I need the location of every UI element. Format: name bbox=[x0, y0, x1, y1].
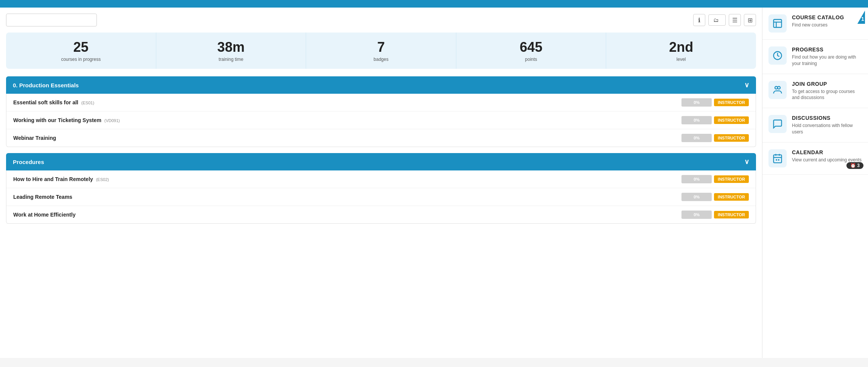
instructor-badge[interactable]: INSTRUCTOR bbox=[714, 99, 749, 106]
course-sections: 0. Production Essentials ∨ Essential sof… bbox=[6, 76, 756, 224]
svg-rect-10 bbox=[776, 159, 777, 161]
right-item-calendar[interactable]: CALENDAR View current and upcoming event… bbox=[762, 142, 868, 175]
notification-badge: ⏰ 3 bbox=[846, 162, 863, 169]
svg-point-5 bbox=[778, 86, 780, 89]
grid-view-button[interactable]: ⊞ bbox=[744, 14, 756, 26]
course-section: Procedures ∨ How to Hire and Train Remot… bbox=[6, 153, 756, 224]
right-item-discussions[interactable]: DISCUSSIONS Hold conversations with fell… bbox=[762, 108, 868, 142]
course-list: How to Hire and Train Remotely (ES02) 0%… bbox=[6, 170, 756, 224]
stat-label: level bbox=[610, 57, 752, 62]
right-item-course-catalog[interactable]: COURSE CATALOG Find new courses 1 bbox=[762, 8, 868, 40]
course-actions: 0% INSTRUCTOR bbox=[681, 116, 749, 124]
course-item[interactable]: How to Hire and Train Remotely (ES02) 0%… bbox=[6, 170, 756, 188]
progress-label: 0% bbox=[694, 136, 700, 140]
right-panel: COURSE CATALOG Find new courses 1 PROGRE… bbox=[762, 8, 868, 358]
progress-label: 0% bbox=[694, 177, 700, 181]
progress-bar: 0% bbox=[681, 116, 712, 124]
list-view-icon: ☰ bbox=[732, 17, 737, 24]
stat-value: 25 bbox=[10, 39, 152, 55]
progress-bar: 0% bbox=[681, 134, 712, 142]
course-name: Work at Home Efficiently bbox=[13, 212, 681, 218]
svg-rect-11 bbox=[778, 159, 779, 161]
section-header[interactable]: 0. Production Essentials ∨ bbox=[6, 76, 756, 94]
instructor-badge[interactable]: INSTRUCTOR bbox=[714, 134, 749, 142]
course-code: (ES01) bbox=[81, 101, 94, 105]
right-item-title: PROGRESS bbox=[792, 46, 862, 53]
toolbar-right: ℹ 🗂 ☰ ⊞ bbox=[693, 14, 756, 26]
course-code: (ES02) bbox=[96, 177, 109, 182]
section-title: 0. Production Essentials bbox=[13, 82, 79, 88]
calendar-icon bbox=[768, 149, 787, 167]
progress-icon bbox=[768, 46, 787, 65]
progress-bar: 0% bbox=[681, 175, 712, 183]
section-header[interactable]: Procedures ∨ bbox=[6, 153, 756, 170]
stat-value: 645 bbox=[460, 39, 602, 55]
right-item-title: CALENDAR bbox=[792, 149, 862, 155]
stat-label: points bbox=[460, 57, 602, 62]
instructor-badge[interactable]: INSTRUCTOR bbox=[714, 193, 749, 201]
stat-label: training time bbox=[160, 57, 302, 62]
grid-view-icon: ⊞ bbox=[748, 17, 753, 24]
right-item-title: JOIN GROUP bbox=[792, 81, 862, 87]
course-item[interactable]: Webinar Training 0% INSTRUCTOR bbox=[6, 129, 756, 147]
progress-bar: 0% bbox=[681, 211, 712, 219]
svg-rect-0 bbox=[774, 20, 782, 28]
search-input[interactable] bbox=[6, 14, 97, 26]
course-item[interactable]: Leading Remote Teams 0% INSTRUCTOR bbox=[6, 188, 756, 206]
progress-label: 0% bbox=[694, 212, 700, 217]
header bbox=[0, 0, 868, 8]
course-section: 0. Production Essentials ∨ Essential sof… bbox=[6, 76, 756, 147]
sort-icon: 🗂 bbox=[713, 17, 719, 23]
chevron-down-icon: ∨ bbox=[744, 158, 749, 166]
progress-bar: 0% bbox=[681, 98, 712, 107]
stats-bar: 25 courses in progress 38m training time… bbox=[6, 33, 756, 69]
discussions-icon bbox=[768, 115, 787, 133]
course-name: Working with our Ticketing System (VD091… bbox=[13, 117, 681, 123]
right-item-desc: To get access to group courses and discu… bbox=[792, 88, 862, 101]
course-item[interactable]: Work at Home Efficiently 0% INSTRUCTOR bbox=[6, 206, 756, 223]
instructor-badge[interactable]: INSTRUCTOR bbox=[714, 116, 749, 124]
info-button[interactable]: ℹ bbox=[693, 14, 705, 26]
course-list: Essential soft skills for all (ES01) 0% … bbox=[6, 94, 756, 147]
course-actions: 0% INSTRUCTOR bbox=[681, 134, 749, 142]
stat-item: 2nd level bbox=[606, 33, 756, 69]
progress-label: 0% bbox=[694, 100, 700, 105]
stat-value: 7 bbox=[310, 39, 452, 55]
right-item-desc: Find out how you are doing with your tra… bbox=[792, 54, 862, 67]
right-item-progress[interactable]: PROGRESS Find out how you are doing with… bbox=[762, 40, 868, 74]
right-item-desc: Find new courses bbox=[792, 22, 862, 28]
right-item-title: DISCUSSIONS bbox=[792, 115, 862, 121]
instructor-badge[interactable]: INSTRUCTOR bbox=[714, 211, 749, 218]
sort-button[interactable]: 🗂 bbox=[708, 14, 726, 26]
course-actions: 0% INSTRUCTOR bbox=[681, 211, 749, 219]
info-icon: ℹ bbox=[698, 17, 700, 24]
course-name: Leading Remote Teams bbox=[13, 194, 681, 200]
stat-value: 38m bbox=[160, 39, 302, 55]
progress-label: 0% bbox=[694, 195, 700, 199]
chevron-down-icon: ∨ bbox=[744, 81, 749, 89]
course-actions: 0% INSTRUCTOR bbox=[681, 175, 749, 183]
right-item-title: COURSE CATALOG bbox=[792, 14, 862, 20]
course-actions: 0% INSTRUCTOR bbox=[681, 98, 749, 107]
stat-item: 25 courses in progress bbox=[6, 33, 156, 69]
course-catalog-icon bbox=[768, 14, 787, 33]
course-item[interactable]: Essential soft skills for all (ES01) 0% … bbox=[6, 94, 756, 111]
course-name: Essential soft skills for all (ES01) bbox=[13, 99, 681, 105]
stat-item: 38m training time bbox=[156, 33, 306, 69]
course-code: (VD091) bbox=[104, 118, 120, 123]
notification-badge: 1 bbox=[857, 11, 865, 24]
course-item[interactable]: Working with our Ticketing System (VD091… bbox=[6, 111, 756, 129]
svg-rect-6 bbox=[774, 155, 782, 163]
stat-value: 2nd bbox=[610, 39, 752, 55]
right-item-desc: Hold conversations with fellow users bbox=[792, 122, 862, 135]
progress-bar: 0% bbox=[681, 193, 712, 201]
join-group-icon bbox=[768, 81, 787, 99]
stat-label: courses in progress bbox=[10, 57, 152, 62]
stat-item: 7 badges bbox=[306, 33, 456, 69]
instructor-badge[interactable]: INSTRUCTOR bbox=[714, 175, 749, 183]
list-view-button[interactable]: ☰ bbox=[729, 14, 741, 26]
course-actions: 0% INSTRUCTOR bbox=[681, 193, 749, 201]
stat-item: 645 points bbox=[456, 33, 607, 69]
left-panel: ℹ 🗂 ☰ ⊞ 25 courses in progress 38m train… bbox=[0, 8, 762, 358]
right-item-join-group[interactable]: JOIN GROUP To get access to group course… bbox=[762, 74, 868, 108]
